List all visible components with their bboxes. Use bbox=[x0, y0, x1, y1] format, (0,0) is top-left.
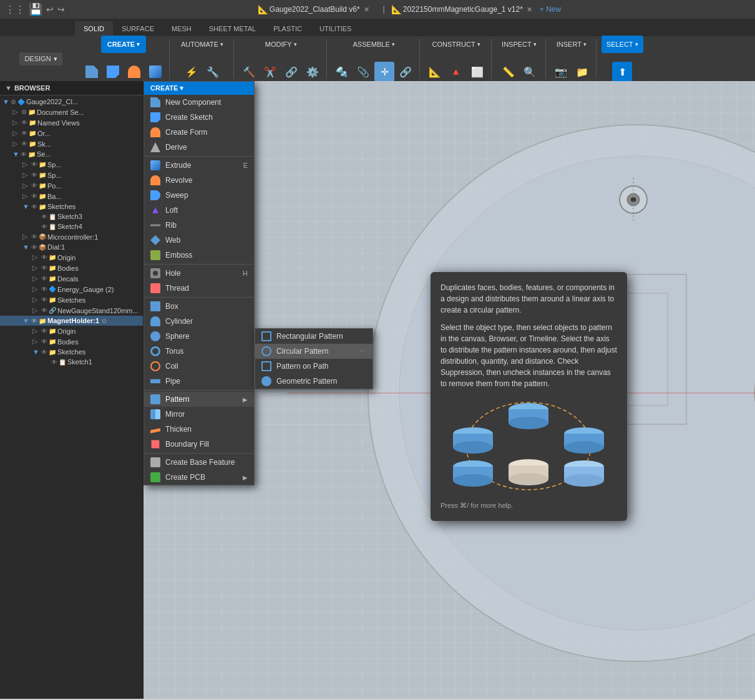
menu-item-base-feature[interactable]: Create Base Feature bbox=[144, 455, 254, 470]
inspect-btn[interactable]: INSPECT▾ bbox=[497, 36, 542, 53]
insert-btn[interactable]: INSERT▾ bbox=[552, 36, 592, 53]
list-item[interactable]: ▷ 👁 📁 Bodies bbox=[0, 336, 143, 347]
menu-item-mirror[interactable]: Mirror bbox=[144, 407, 254, 422]
menu-item-thicken[interactable]: Thicken bbox=[144, 422, 254, 437]
close-tab-icon[interactable]: ✕ bbox=[364, 6, 369, 14]
tab-plastic[interactable]: PLASTIC bbox=[265, 21, 311, 36]
list-item[interactable]: ▷ 👁 📁 Named Views bbox=[0, 117, 143, 128]
menu-item-sweep[interactable]: Sweep bbox=[144, 188, 254, 203]
menu-item-sphere[interactable]: Sphere bbox=[144, 329, 254, 344]
list-item[interactable]: ▷ 👁 📦 Microcontroller:1 bbox=[0, 231, 143, 242]
list-item[interactable]: ▼ ⚙ 🔷 Gauge2022_Cl... bbox=[0, 97, 143, 107]
inspect-icon2[interactable]: 🔍 bbox=[520, 62, 540, 82]
save-icon[interactable]: 💾 bbox=[29, 2, 42, 16]
list-item[interactable]: ▼ 👁 📁 Sketches bbox=[0, 202, 143, 211]
menu-item-new-component[interactable]: New Component bbox=[144, 95, 254, 110]
undo-icon[interactable]: ↩ bbox=[46, 4, 54, 14]
insert-icon2[interactable]: 📁 bbox=[572, 62, 592, 82]
tab-solid[interactable]: SOLID bbox=[75, 21, 113, 36]
extrude-btn[interactable] bbox=[145, 62, 165, 82]
menu-item-coil[interactable]: Coil bbox=[144, 359, 254, 374]
list-item[interactable]: ▼ 👁 📦 Dial:1 bbox=[0, 242, 143, 252]
design-dropdown[interactable]: DESIGN ▾ bbox=[19, 52, 62, 66]
assemble-icon1[interactable]: 🔩 bbox=[332, 62, 352, 82]
modify-icon3[interactable]: 🔗 bbox=[281, 62, 301, 82]
assemble-btn[interactable]: ASSEMBLE▾ bbox=[348, 36, 399, 53]
insert-icon1[interactable]: 📷 bbox=[551, 62, 571, 82]
list-item[interactable]: ▼ 👁 📁 Sketches bbox=[0, 347, 143, 357]
list-item[interactable]: ▷ 👁 🔗 NewGaugeStand120mm... bbox=[0, 305, 143, 316]
menu-item-extrude[interactable]: Extrude E bbox=[144, 158, 254, 173]
list-item[interactable]: ▷ 👁 📁 Or... bbox=[0, 128, 143, 139]
list-item[interactable]: ▷ 👁 📁 Sketches bbox=[0, 294, 143, 305]
menu-item-boundary[interactable]: Boundary Fill bbox=[144, 437, 254, 452]
tab-utilities[interactable]: UTILITIES bbox=[311, 21, 360, 36]
menu-item-pattern[interactable]: Pattern ▶ bbox=[144, 392, 254, 407]
close-tab-icon-2[interactable]: ✕ bbox=[527, 6, 532, 14]
list-item[interactable]: ▷ 👁 📁 Origin bbox=[0, 252, 143, 263]
menu-item-hole[interactable]: Hole H bbox=[144, 266, 254, 281]
automate-icon2[interactable]: 🔧 bbox=[203, 62, 223, 82]
new-tab-button[interactable]: + New bbox=[540, 5, 561, 14]
list-item[interactable]: 👁 📋 Sketch4 bbox=[0, 221, 143, 231]
canvas-area[interactable]: CREATE ▾ New Component Create Sketch Cre… bbox=[144, 81, 755, 699]
menu-item-cylinder[interactable]: Cylinder bbox=[144, 314, 254, 329]
menu-item-pipe[interactable]: Pipe bbox=[144, 374, 254, 389]
list-item[interactable]: 👁 📋 Sketch3 bbox=[0, 211, 143, 221]
list-item[interactable]: ▷ 👁 📁 Sk... bbox=[0, 139, 143, 149]
create-btn[interactable]: CREATE▾ bbox=[101, 36, 146, 53]
menu-item-derive[interactable]: Derive bbox=[144, 140, 254, 155]
select-icon1[interactable]: ⬆ bbox=[612, 62, 632, 82]
form-btn[interactable] bbox=[124, 62, 144, 82]
menu-item-create-sketch[interactable]: Create Sketch bbox=[144, 110, 254, 125]
modify-icon1[interactable]: 🔨 bbox=[239, 62, 259, 82]
menu-item-create-pcb[interactable]: Create PCB ▶ bbox=[144, 470, 254, 485]
automate-icon1[interactable]: ⚡ bbox=[182, 62, 202, 82]
list-item[interactable]: ▼ 👁 📁 Se... bbox=[0, 149, 143, 159]
list-item[interactable]: ▷ 👁 📁 Sp... bbox=[0, 170, 143, 180]
tab-mesh[interactable]: MESH bbox=[163, 21, 200, 36]
menu-item-web[interactable]: Web bbox=[144, 233, 254, 248]
list-item[interactable]: ▷ 👁 🔷 Energy_Gauge (2) bbox=[0, 284, 143, 294]
assemble-icon2[interactable]: 📎 bbox=[353, 62, 373, 82]
modify-icon2[interactable]: ✂️ bbox=[260, 62, 280, 82]
construct-btn[interactable]: CONSTRUCT▾ bbox=[427, 36, 485, 53]
list-item[interactable]: ▷ 👁 📁 Sp... bbox=[0, 159, 143, 170]
list-item[interactable]: ▷ 👁 📁 Decals bbox=[0, 273, 143, 284]
list-item[interactable]: ▷ 👁 📁 Ba... bbox=[0, 191, 143, 202]
redo-icon[interactable]: ↪ bbox=[57, 4, 65, 14]
list-item[interactable]: ▷ ⚙ 📁 Document Se... bbox=[0, 107, 143, 117]
submenu-item-rectangular[interactable]: Rectangular Pattern bbox=[255, 329, 373, 344]
menu-item-box[interactable]: Box bbox=[144, 299, 254, 314]
document-title[interactable]: Gauge2022_ClaatBuild v6* bbox=[270, 5, 360, 14]
list-item[interactable]: ▷ 👁 📁 Po... bbox=[0, 180, 143, 191]
menu-item-torus[interactable]: Torus bbox=[144, 344, 254, 359]
sketch-btn[interactable] bbox=[103, 62, 123, 82]
menu-item-loft[interactable]: Loft bbox=[144, 203, 254, 218]
automate-btn[interactable]: AUTOMATE▾ bbox=[176, 36, 228, 53]
menu-item-create-form[interactable]: Create Form bbox=[144, 125, 254, 140]
select-btn[interactable]: SELECT▾ bbox=[602, 36, 643, 53]
list-item[interactable]: 👁 📋 Sketch1 bbox=[0, 357, 143, 367]
menu-item-emboss[interactable]: Emboss bbox=[144, 248, 254, 263]
assemble-icon3[interactable]: 🔗 bbox=[396, 62, 416, 82]
list-item[interactable]: ▼ 👁 📁 MagnetHolder:1 ⊙ bbox=[0, 316, 143, 326]
modify-btn[interactable]: MODIFY▾ bbox=[260, 36, 302, 53]
menu-item-thread[interactable]: Thread bbox=[144, 281, 254, 296]
move-icon[interactable]: ✛ bbox=[374, 62, 394, 82]
tab-sheet-metal[interactable]: SHEET METAL bbox=[200, 21, 265, 36]
construct-icon2[interactable]: 🔺 bbox=[446, 62, 466, 82]
document-title-2[interactable]: 2022150mmMagneticGauge_1 v12* bbox=[403, 5, 523, 14]
inspect-icon1[interactable]: 📏 bbox=[499, 62, 519, 82]
new-comp-btn[interactable] bbox=[82, 62, 102, 82]
tab-surface[interactable]: SURFACE bbox=[113, 21, 163, 36]
modify-icon4[interactable]: ⚙️ bbox=[303, 62, 323, 82]
construct-icon3[interactable]: ⬜ bbox=[467, 62, 487, 82]
browser-expand-icon[interactable]: ▼ bbox=[5, 84, 12, 92]
submenu-item-path[interactable]: Pattern on Path bbox=[255, 359, 373, 374]
list-item[interactable]: ▷ 👁 📁 Bodies bbox=[0, 263, 143, 273]
list-item[interactable]: ▷ 👁 📁 Origin bbox=[0, 326, 143, 336]
submenu-item-geometric[interactable]: Geometric Pattern bbox=[255, 374, 373, 389]
menu-item-rib[interactable]: Rib bbox=[144, 218, 254, 233]
menu-item-revolve[interactable]: Revolve bbox=[144, 173, 254, 188]
